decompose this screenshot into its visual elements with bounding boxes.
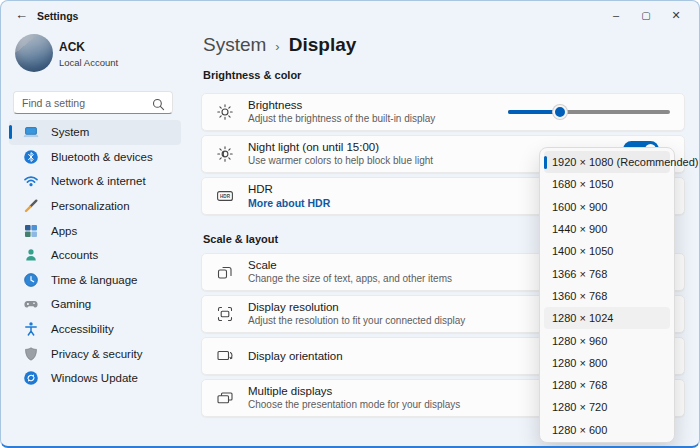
sidebar-item-label: System	[51, 126, 89, 138]
brightness-slider[interactable]	[508, 105, 670, 119]
search-icon	[152, 97, 165, 110]
privacy-icon	[23, 346, 39, 362]
resolution-option[interactable]: 1920 × 1080 (Recommended)	[544, 151, 670, 173]
resolution-option[interactable]: 1366 × 768	[544, 262, 670, 284]
display-resolution-subtitle: Adjust the resolution to fit your connec…	[248, 315, 465, 327]
time-language-icon	[23, 272, 39, 288]
gaming-icon	[23, 296, 39, 312]
section-brightness-color: Brightness & color	[203, 69, 301, 81]
sidebar-nav: System Bluetooth & devices Network & int…	[9, 120, 181, 391]
sidebar-item-accessibility[interactable]: Accessibility	[9, 317, 181, 342]
section-scale-layout: Scale & layout	[203, 233, 278, 245]
settings-window: ← Settings – ▢ ✕ ACK Local Account Syste…	[0, 0, 700, 448]
brightness-subtitle: Adjust the brightness of the built-in di…	[248, 113, 435, 125]
sidebar-item-label: Time & language	[51, 274, 138, 286]
window-controls: – ▢ ✕	[601, 3, 691, 27]
close-button[interactable]: ✕	[661, 3, 691, 27]
multiple-displays-title: Multiple displays	[248, 385, 460, 398]
resolution-option[interactable]: 1280 × 800	[544, 352, 670, 374]
maximize-button[interactable]: ▢	[631, 3, 661, 27]
personalization-icon	[23, 198, 39, 214]
accounts-icon	[23, 247, 39, 263]
sidebar-item-label: Network & internet	[51, 175, 146, 187]
resolution-option[interactable]: 1280 × 960	[544, 329, 670, 351]
brightness-title: Brightness	[248, 99, 435, 112]
sidebar-item-label: Accessibility	[51, 323, 114, 335]
display-resolution-icon	[216, 305, 234, 323]
display-orientation-title: Display orientation	[248, 350, 343, 363]
more-about-hdr-link[interactable]: More about HDR	[248, 197, 330, 210]
hdr-title: HDR	[248, 183, 330, 196]
avatar	[15, 34, 53, 72]
resolution-option[interactable]: 1440 × 900	[544, 218, 670, 240]
display-orientation-icon	[216, 347, 234, 365]
system-icon	[23, 124, 39, 140]
hdr-icon: HDR	[216, 187, 234, 205]
sidebar-item-apps[interactable]: Apps	[9, 218, 181, 243]
brightness-icon	[216, 103, 234, 121]
account-type: Local Account	[59, 57, 118, 68]
sidebar-item-label: Apps	[51, 225, 77, 237]
resolution-dropdown: 1920 × 1080 (Recommended) 1680 × 1050 16…	[539, 147, 675, 443]
sidebar-item-label: Gaming	[51, 298, 91, 310]
sidebar-item-privacy[interactable]: Privacy & security	[9, 341, 181, 366]
scale-title: Scale	[248, 259, 452, 272]
resolution-option[interactable]: 1360 × 768	[544, 285, 670, 307]
sidebar-item-label: Accounts	[51, 249, 98, 261]
search-input[interactable]	[14, 92, 172, 113]
app-title: Settings	[37, 10, 78, 22]
back-button[interactable]: ←	[15, 7, 28, 22]
page-title: Display	[289, 34, 357, 56]
accessibility-icon	[23, 321, 39, 337]
sidebar-item-windows-update[interactable]: Windows Update	[9, 366, 181, 391]
resolution-option[interactable]: 1680 × 1050	[544, 173, 670, 195]
windows-update-icon	[23, 370, 39, 386]
apps-icon	[23, 223, 39, 239]
brightness-row[interactable]: Brightness Adjust the brightness of the …	[201, 93, 685, 131]
resolution-option[interactable]: 1280 × 768	[544, 374, 670, 396]
resolution-option[interactable]: 1400 × 1050	[544, 240, 670, 262]
sidebar-item-label: Privacy & security	[51, 348, 142, 360]
breadcrumb-separator: ›	[275, 39, 279, 54]
sidebar-item-system[interactable]: System	[9, 120, 181, 145]
sidebar-item-gaming[interactable]: Gaming	[9, 292, 181, 317]
account-name: ACK	[59, 40, 85, 54]
brightness-slider-thumb[interactable]	[553, 105, 567, 119]
night-light-subtitle: Use warmer colors to help block blue lig…	[248, 155, 433, 167]
breadcrumb: System › Display	[203, 34, 356, 56]
sidebar-item-bluetooth[interactable]: Bluetooth & devices	[9, 145, 181, 170]
sidebar-item-network[interactable]: Network & internet	[9, 169, 181, 194]
network-icon	[23, 173, 39, 189]
minimize-button[interactable]: –	[601, 3, 631, 27]
sidebar-item-label: Personalization	[51, 200, 130, 212]
svg-text:HDR: HDR	[220, 194, 231, 199]
breadcrumb-system[interactable]: System	[203, 34, 266, 56]
scale-subtitle: Change the size of text, apps, and other…	[248, 273, 452, 285]
sidebar-item-label: Bluetooth & devices	[51, 151, 153, 163]
resolution-option[interactable]: 1280 × 720	[544, 396, 670, 418]
resolution-option[interactable]: 1600 × 900	[544, 196, 670, 218]
bluetooth-icon	[23, 149, 39, 165]
resolution-option[interactable]: 1280 × 1024	[544, 307, 670, 329]
sidebar-item-time-language[interactable]: Time & language	[9, 268, 181, 293]
scale-icon	[216, 263, 234, 281]
sidebar-item-personalization[interactable]: Personalization	[9, 194, 181, 219]
display-resolution-title: Display resolution	[248, 301, 465, 314]
search-box	[13, 91, 173, 114]
resolution-option[interactable]: 1280 × 600	[544, 419, 670, 441]
multiple-displays-icon	[216, 389, 234, 407]
night-light-icon	[216, 145, 234, 163]
sidebar-item-label: Windows Update	[51, 372, 138, 384]
night-light-title: Night light (on until 15:00)	[248, 141, 433, 154]
multiple-displays-subtitle: Choose the presentation mode for your di…	[248, 399, 460, 411]
sidebar-item-accounts[interactable]: Accounts	[9, 243, 181, 268]
